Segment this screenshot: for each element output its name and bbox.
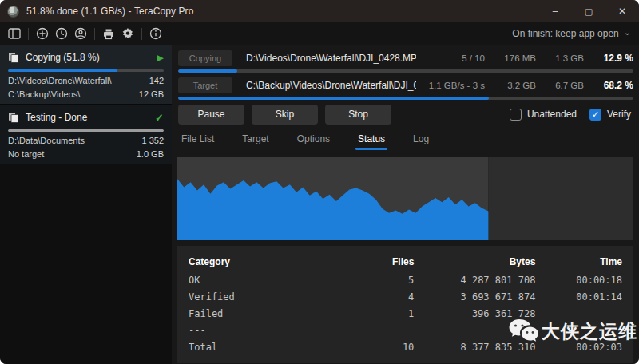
source-row: Copying D:\Videos\Drone\Waterfall\DJI_04…	[178, 49, 633, 68]
source-total-bytes: 1.3 GB	[536, 53, 584, 63]
col-bytes: Bytes	[414, 252, 535, 271]
account-icon[interactable]	[71, 25, 90, 42]
tab-file-list[interactable]: File List	[180, 129, 216, 152]
cell: ---	[189, 322, 319, 338]
toolbar: On finish: keep app open ⌄	[0, 22, 639, 45]
main-panel: Copying D:\Videos\Drone\Waterfall\DJI_04…	[172, 45, 639, 364]
copy-pages-icon	[8, 52, 19, 63]
col-category: Category	[189, 252, 319, 271]
tab-status[interactable]: Status	[356, 129, 387, 152]
target-progressbar	[178, 97, 633, 100]
watermark: 大侠之运维	[508, 318, 637, 345]
add-task-icon[interactable]	[33, 25, 52, 42]
app-icon[interactable]	[7, 6, 19, 18]
on-finish-dropdown[interactable]: On finish: keep app open ⌄	[512, 28, 631, 39]
target-badge[interactable]: Target	[178, 77, 232, 93]
task-progressbar	[8, 129, 164, 132]
target-copied-bytes: 3.2 GB	[485, 81, 536, 90]
target-speed: 1.1 GB/s - 3 s	[416, 81, 485, 90]
cell: 00:00:18	[535, 271, 622, 288]
checkbox-box[interactable]: ✓	[589, 109, 601, 121]
tab-target[interactable]: Target	[240, 129, 270, 152]
toolbar-separator	[94, 28, 95, 40]
task-title: Testing - Done	[26, 112, 155, 123]
window-title: 51.8% done (1.1 GB/s) - TeraCopy Pro	[26, 6, 193, 17]
stop-button[interactable]: Stop	[325, 105, 391, 125]
window-controls: – ▢ ✕	[538, 0, 639, 22]
chevron-down-icon: ⌄	[624, 27, 631, 38]
task-item-copying[interactable]: Copying (51.8 %) ▶ D:\Videos\Drone\Water…	[0, 45, 172, 104]
on-finish-label: On finish: keep app open	[512, 28, 618, 39]
settings-gear-icon[interactable]	[118, 25, 137, 42]
cell: Failed	[189, 305, 319, 322]
maximize-button[interactable]: ▢	[572, 0, 605, 22]
task-size: 12 GB	[139, 89, 164, 99]
task-source-path: D:\Videos\Drone\Waterfall\	[8, 76, 112, 85]
table-header-row: Category Files Bytes Time	[189, 252, 622, 271]
task-target-path: No target	[8, 149, 44, 159]
cell: 3 693 671 874	[414, 288, 535, 305]
cell: 5	[319, 271, 414, 288]
task-source-row: D:\Videos\Drone\Waterfall\ 142	[8, 76, 164, 85]
task-target-row: C:\Backup\Videos\ 12 GB	[8, 89, 164, 99]
target-percent: 68.2 %	[584, 80, 633, 91]
source-percent: 12.9 %	[584, 53, 633, 64]
speed-chart	[177, 157, 633, 240]
copy-pages-icon	[8, 112, 19, 123]
skip-button[interactable]: Skip	[252, 105, 318, 125]
source-copied-bytes: 176 MB	[485, 53, 536, 63]
pause-button[interactable]: Pause	[178, 105, 244, 125]
source-progressbar	[178, 69, 633, 73]
task-progressbar	[8, 69, 164, 72]
copying-badge[interactable]: Copying	[178, 50, 232, 66]
history-icon[interactable]	[52, 25, 71, 42]
task-source-row: D:\Data\Documents 1 352	[8, 136, 164, 145]
cell: 10	[319, 338, 414, 355]
task-title: Copying (51.8 %)	[26, 52, 157, 63]
checkbox-box[interactable]	[510, 109, 522, 121]
table-row: OK54 287 801 70800:00:18	[189, 271, 622, 288]
task-size: 1.0 GB	[137, 149, 164, 159]
cell: 00:01:14	[535, 288, 622, 305]
watermark-text: 大侠之运维	[542, 319, 637, 344]
task-target-path: C:\Backup\Videos\	[8, 89, 80, 99]
target-total-bytes: 6.7 GB	[536, 81, 584, 90]
action-bar: Pause Skip Stop Unattended ✓ Verify	[178, 104, 631, 125]
col-time: Time	[535, 252, 622, 271]
check-icon: ✓	[155, 112, 164, 124]
titlebar: 51.8% done (1.1 GB/s) - TeraCopy Pro – ▢…	[0, 0, 639, 22]
cell: 1	[319, 305, 414, 322]
task-target-row: No target 1.0 GB	[8, 149, 164, 159]
cell: 4	[319, 288, 414, 305]
target-row: Target C:\Backup\Videos\Drone\Waterfall\…	[178, 76, 633, 95]
cell: OK	[189, 271, 319, 288]
print-icon[interactable]	[99, 25, 118, 42]
cell	[319, 322, 414, 338]
close-button[interactable]: ✕	[605, 0, 639, 22]
task-source-path: D:\Data\Documents	[8, 136, 85, 145]
play-icon[interactable]: ▶	[157, 53, 164, 63]
panel-toggle-icon[interactable]	[5, 25, 24, 42]
toolbar-separator	[141, 28, 142, 40]
verify-label: Verify	[607, 109, 631, 120]
status-summary-table: Category Files Bytes Time OK54 287 801 7…	[177, 246, 633, 363]
cell: 4 287 801 708	[414, 271, 535, 288]
teracopy-window: 51.8% done (1.1 GB/s) - TeraCopy Pro – ▢…	[0, 0, 639, 364]
tab-bar: File List Target Options Status Log	[180, 129, 431, 152]
target-path: C:\Backup\Videos\Drone\Waterfall\DJI_042…	[246, 80, 416, 91]
unattended-label: Unattended	[527, 109, 577, 120]
source-files-count: 5 / 10	[416, 53, 485, 63]
unattended-checkbox[interactable]: Unattended	[510, 109, 577, 121]
minimize-button[interactable]: –	[538, 0, 572, 22]
toolbar-separator	[28, 28, 29, 40]
cell: Verified	[189, 288, 319, 305]
cell: Total	[189, 338, 319, 355]
verify-checkbox[interactable]: ✓ Verify	[589, 109, 631, 121]
tab-options[interactable]: Options	[296, 129, 331, 152]
wechat-icon	[508, 318, 540, 345]
task-item-testing[interactable]: Testing - Done ✓ D:\Data\Documents 1 352…	[0, 104, 172, 164]
table-row: Verified43 693 671 87400:01:14	[189, 288, 622, 305]
tab-log[interactable]: Log	[411, 129, 431, 152]
col-files: Files	[319, 252, 414, 271]
about-info-icon[interactable]	[146, 25, 165, 42]
